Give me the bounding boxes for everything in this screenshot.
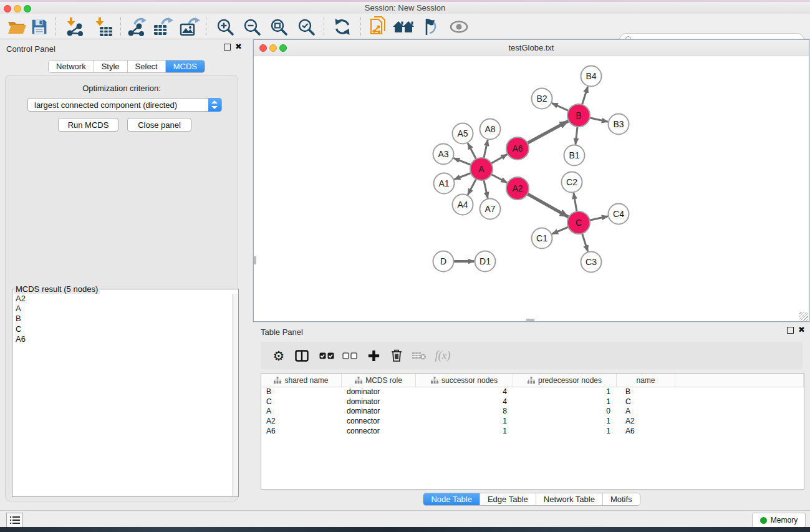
graph-node-label: A3 — [438, 149, 448, 159]
column-header-MCDS-role[interactable]: MCDS role — [342, 374, 416, 387]
tab-style[interactable]: Style — [94, 60, 127, 72]
refresh-icon[interactable] — [331, 17, 354, 37]
graph-node-C2[interactable]: C2 — [562, 172, 582, 193]
table-row[interactable]: Adominator80A — [261, 407, 804, 417]
tab-motifs[interactable]: Motifs — [602, 493, 640, 505]
graph-node-C1[interactable]: C1 — [532, 228, 552, 249]
status-bar: Memory — [0, 510, 810, 527]
toolbar-separator — [360, 17, 361, 36]
eye-icon[interactable] — [448, 17, 470, 37]
export-table-icon[interactable] — [152, 17, 174, 37]
new-network-file-icon[interactable] — [367, 17, 390, 37]
import-network-icon[interactable] — [63, 17, 85, 37]
tab-network-table[interactable]: Network Table — [536, 493, 602, 505]
table-cell — [675, 387, 804, 397]
toolbar-separator — [55, 17, 56, 36]
graph-node-C3[interactable]: C3 — [581, 252, 602, 273]
result-item[interactable]: C — [13, 324, 232, 334]
table-settings-icon[interactable]: ⚙ — [268, 342, 289, 369]
canvas-scroll-nub-bottom[interactable] — [526, 319, 534, 321]
graph-node-B[interactable]: B — [567, 104, 590, 127]
graph-node-B4[interactable]: B4 — [581, 66, 602, 87]
export-network-icon[interactable] — [125, 17, 148, 37]
memory-button[interactable]: Memory — [752, 513, 806, 528]
tab-mcds[interactable]: MCDS — [165, 60, 205, 72]
graph-node-A2[interactable]: A2 — [506, 177, 529, 200]
graph-node-A5[interactable]: A5 — [453, 123, 473, 144]
run-mcds-button[interactable]: Run MCDS — [58, 118, 118, 132]
home-icon[interactable] — [392, 17, 415, 37]
graph-node-A6[interactable]: A6 — [506, 137, 529, 160]
tab-network[interactable]: Network — [49, 60, 94, 72]
result-scrollbar[interactable] — [232, 294, 238, 496]
task-history-button[interactable] — [6, 513, 23, 528]
function-builder-icon[interactable]: f(x) — [430, 342, 455, 369]
result-item[interactable]: B — [13, 314, 232, 324]
column-header-predecessor-nodes[interactable]: predecessor nodes — [513, 374, 617, 387]
graph-node-C[interactable]: C — [567, 211, 590, 234]
graph-node-A8[interactable]: A8 — [480, 119, 501, 140]
delete-column-icon[interactable] — [386, 342, 407, 369]
mcds-result-list: A2ABCA6 — [13, 294, 232, 496]
chevron-up-icon — [211, 100, 218, 104]
unselect-all-columns-icon[interactable] — [339, 342, 360, 369]
tab-edge-table[interactable]: Edge Table — [480, 493, 536, 505]
table-row[interactable]: Cdominator41C — [261, 397, 804, 407]
list-icon — [9, 515, 21, 525]
graph-node-C4[interactable]: C4 — [609, 204, 629, 225]
network-canvas[interactable]: B4B2BB3A8A5A6A3B1AC2A1A2A4A7C4CC1DD1C3 — [254, 56, 808, 321]
result-item[interactable]: A — [13, 304, 232, 314]
table-row[interactable]: Bdominator41B — [261, 387, 804, 397]
canvas-scroll-nub-left[interactable] — [254, 256, 256, 264]
graph-node-A1[interactable]: A1 — [434, 173, 455, 194]
save-session-icon[interactable] — [28, 17, 51, 37]
graph-node-A3[interactable]: A3 — [433, 144, 454, 165]
table-row[interactable]: A2connector11A2 — [261, 417, 804, 427]
create-column-icon[interactable] — [363, 342, 384, 369]
graph-node-label: A7 — [485, 204, 495, 214]
result-item[interactable]: A2 — [13, 294, 232, 304]
graph-node-B1[interactable]: B1 — [564, 145, 585, 166]
zoom-fit-icon[interactable] — [268, 17, 290, 37]
tab-select[interactable]: Select — [127, 60, 165, 72]
table-cell: connector — [342, 417, 416, 427]
criterion-dropdown[interactable]: largest connected component (directed) — [27, 98, 222, 112]
column-label: name — [636, 376, 655, 385]
column-header-name[interactable]: name — [617, 374, 675, 387]
flag-icon[interactable] — [420, 17, 442, 37]
zoom-in-icon[interactable] — [214, 17, 236, 37]
main-toolbar — [0, 14, 810, 39]
column-header-successor-nodes[interactable]: successor nodes — [416, 374, 513, 387]
graph-node-A7[interactable]: A7 — [480, 199, 501, 220]
close-panel-icon[interactable]: ✖ — [235, 42, 242, 51]
mcds-result-box: MCDS result (5 nodes) A2ABCA6 — [12, 284, 239, 497]
delete-table-icon[interactable] — [408, 342, 430, 369]
table-float-icon[interactable] — [787, 327, 794, 334]
select-all-columns-icon[interactable] — [316, 342, 337, 369]
import-table-icon[interactable] — [92, 17, 114, 37]
tab-node-table[interactable]: Node Table — [423, 493, 480, 505]
column-label: predecessor nodes — [538, 376, 602, 385]
column-header-shared-name[interactable]: shared name — [261, 374, 342, 387]
graph-node-A[interactable]: A — [470, 158, 493, 180]
export-image-icon[interactable] — [178, 17, 201, 37]
graph-node-label: C4 — [613, 209, 624, 219]
graph-node-label: A8 — [485, 124, 495, 134]
table-row[interactable]: A6connector11A6 — [261, 427, 804, 437]
show-columns-icon[interactable] — [291, 342, 312, 369]
close-panel-button[interactable]: Close panel — [127, 118, 191, 132]
zoom-selected-icon[interactable] — [295, 17, 317, 37]
graph-node-A4[interactable]: A4 — [453, 195, 473, 215]
table-close-icon[interactable]: ✖ — [798, 325, 805, 334]
graph-node-B3[interactable]: B3 — [609, 114, 629, 135]
criterion-dropdown-value: largest connected component (directed) — [34, 100, 177, 110]
open-session-icon[interactable] — [6, 17, 28, 37]
float-panel-icon[interactable] — [224, 44, 231, 51]
graph-node-D[interactable]: D — [433, 251, 454, 272]
zoom-out-icon[interactable] — [241, 17, 263, 37]
graph-node-B2[interactable]: B2 — [532, 89, 552, 109]
result-item[interactable]: A6 — [13, 334, 232, 344]
resize-grip-icon[interactable] — [799, 312, 808, 321]
graph-node-D1[interactable]: D1 — [475, 251, 496, 272]
desktop-edge-bottom — [0, 527, 810, 532]
